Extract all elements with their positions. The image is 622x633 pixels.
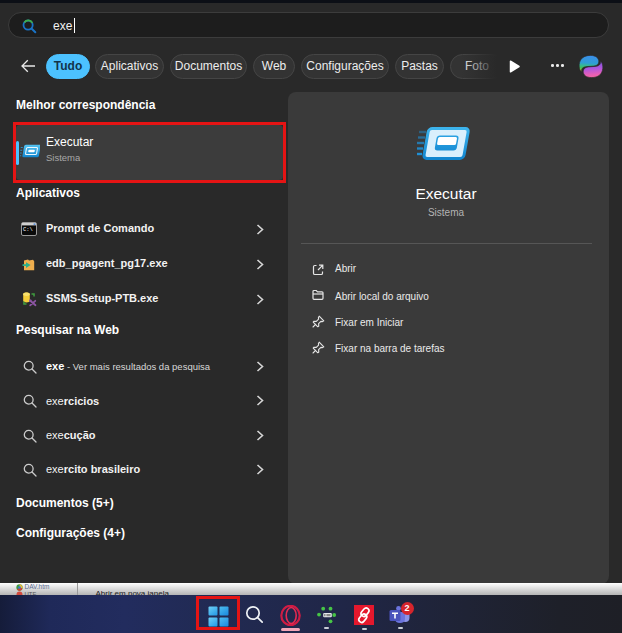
svg-text:C:\: C:\ [23, 226, 33, 233]
